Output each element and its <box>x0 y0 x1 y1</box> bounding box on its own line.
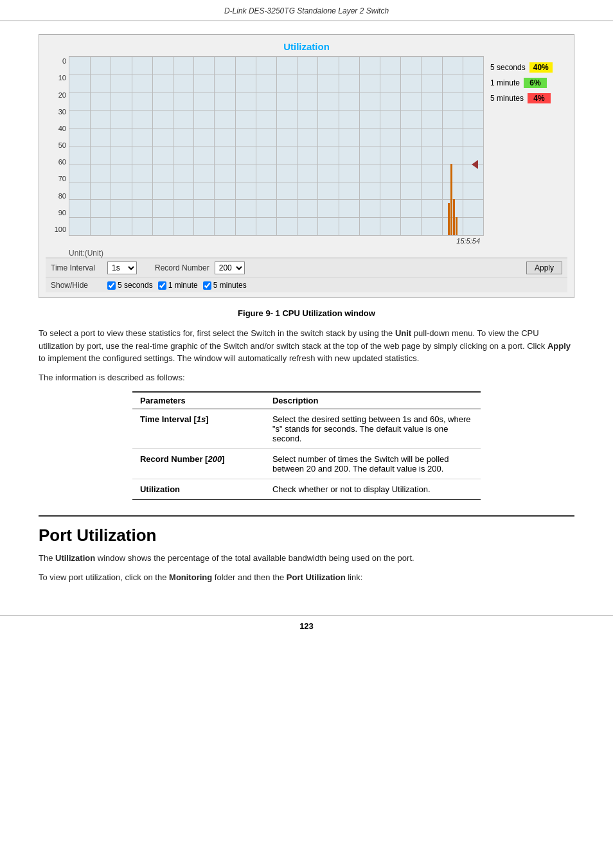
spike-container <box>445 57 458 235</box>
table-header-desc: Description <box>265 392 481 409</box>
section-heading: Port Utilization <box>39 515 574 545</box>
checkbox-5s-input[interactable] <box>107 281 116 290</box>
page-header: D-Link DES-3250TG Standalone Layer 2 Swi… <box>0 0 613 21</box>
y-label-90: 90 <box>46 209 66 217</box>
legend-badge-1m: 6% <box>524 78 547 88</box>
body-paragraph-1: To select a port to view these statistic… <box>39 327 574 365</box>
page-content: Utilization 100 90 80 70 60 50 40 30 20 … <box>0 21 613 603</box>
time-interval-label: Time Interval <box>51 263 102 272</box>
spike-bar-4 <box>456 217 458 235</box>
table-param-1: Time Interval [1s] <box>132 409 265 449</box>
spike-bar-2 <box>450 164 452 235</box>
legend-item-5m: 5 minutes 4% <box>490 93 567 103</box>
y-label-60: 60 <box>46 158 66 166</box>
chart-x-label: 15:5:54 <box>69 236 484 245</box>
y-label-0: 0 <box>46 57 66 65</box>
y-label-80: 80 <box>46 192 66 200</box>
checkbox-1m: 1 minute <box>158 281 198 290</box>
table-param-3: Utilization <box>132 479 265 500</box>
checkbox-1m-label: 1 minute <box>168 281 198 290</box>
record-number-select[interactable]: 200 20 50 100 <box>215 261 245 274</box>
y-label-70: 70 <box>46 175 66 182</box>
checkbox-5m: 5 minutes <box>203 281 247 290</box>
chart-title: Utilization <box>46 41 567 52</box>
controls-row: Time Interval 1s 5s 10s 30s 60s Record N… <box>46 258 567 278</box>
table-desc-1: Select the desired setting between 1s an… <box>265 409 481 449</box>
table-row: Time Interval [1s] Select the desired se… <box>132 409 481 449</box>
unit-label: Unit:(Unit) <box>46 249 567 258</box>
legend-label-5s: 5 seconds <box>490 63 526 72</box>
table-desc-2: Select number of times the Switch will b… <box>265 449 481 479</box>
legend-label-1m: 1 minute <box>490 78 520 87</box>
y-label-50: 50 <box>46 141 66 149</box>
table-param-2: Record Number [200] <box>132 449 265 479</box>
table-header-params: Parameters <box>132 392 265 409</box>
chart-grid <box>69 56 484 236</box>
section-paragraph-1: The Utilization window shows the percent… <box>39 552 574 565</box>
arrow-marker <box>472 160 478 169</box>
chart-legend: 5 seconds 40% 1 minute 6% 5 minutes 4% <box>484 56 567 245</box>
y-label-100: 100 <box>46 226 66 233</box>
time-interval-select[interactable]: 1s 5s 10s 30s 60s <box>107 261 137 274</box>
checkbox-1m-input[interactable] <box>158 281 166 290</box>
info-table: Parameters Description Time Interval [1s… <box>132 391 481 500</box>
record-number-label: Record Number <box>155 263 209 272</box>
y-label-30: 30 <box>46 108 66 116</box>
table-desc-3: Check whether or not to display Utilizat… <box>265 479 481 500</box>
spike-bar-3 <box>453 199 455 235</box>
checkbox-5m-input[interactable] <box>203 281 211 290</box>
checkbox-5s: 5 seconds <box>107 281 153 290</box>
table-row: Record Number [200] Select number of tim… <box>132 449 481 479</box>
chart-main: 15:5:54 <box>69 56 484 245</box>
y-label-40: 40 <box>46 125 66 132</box>
spike-bar-1 <box>448 203 450 235</box>
chart-area: 100 90 80 70 60 50 40 30 20 10 0 <box>46 56 567 245</box>
legend-item-5s: 5 seconds 40% <box>490 62 567 73</box>
legend-item-1m: 1 minute 6% <box>490 78 567 88</box>
legend-badge-5s: 40% <box>529 62 553 73</box>
y-label-20: 20 <box>46 91 66 99</box>
figure-caption: Figure 9- 1 CPU Utilization window <box>39 308 574 318</box>
legend-badge-5m: 4% <box>528 93 551 103</box>
chart-y-axis: 100 90 80 70 60 50 40 30 20 10 0 <box>46 56 69 245</box>
chart-panel: Utilization 100 90 80 70 60 50 40 30 20 … <box>39 34 574 298</box>
show-hide-row: Show/Hide 5 seconds 1 minute 5 minutes <box>46 278 567 292</box>
grid-lines-v <box>69 57 483 235</box>
legend-label-5m: 5 minutes <box>490 94 524 103</box>
checkbox-5m-label: 5 minutes <box>213 281 247 290</box>
table-row: Utilization Check whether or not to disp… <box>132 479 481 500</box>
show-hide-label: Show/Hide <box>51 281 102 290</box>
checkbox-5s-label: 5 seconds <box>118 281 153 290</box>
apply-button[interactable]: Apply <box>526 261 562 274</box>
y-label-10: 10 <box>46 74 66 82</box>
page-footer: 123 <box>0 616 613 636</box>
body-paragraph-2: The information is described as follows: <box>39 371 574 384</box>
section-paragraph-2: To view port utilization, click on the M… <box>39 571 574 584</box>
